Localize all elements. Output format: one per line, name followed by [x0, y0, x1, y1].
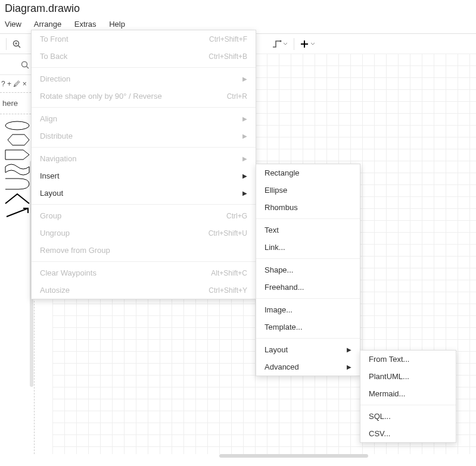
shape-wave-icon[interactable] — [4, 163, 30, 175]
arrange-item-17: Clear WaypointsAlt+Shift+C — [32, 264, 256, 282]
insert-item-5[interactable]: Link... — [256, 239, 360, 256]
insert-item-2[interactable]: Rhombus — [256, 199, 360, 216]
arrange-item-14: UngroupCtrl+Shift+U — [32, 224, 256, 242]
insert-submenu: RectangleEllipseRhombusTextLink...Shape.… — [256, 164, 360, 376]
svg-marker-10 — [8, 135, 29, 145]
insert-item-4[interactable]: Text — [256, 221, 360, 239]
shape-arrow-diag-icon[interactable] — [4, 207, 30, 219]
svg-point-7 — [22, 62, 27, 67]
insert-item-7[interactable]: Shape... — [256, 261, 360, 279]
arrange-item-7: Distribute▶ — [32, 127, 256, 145]
sidebar-tool-row[interactable]: ? + 🖉 × — [0, 75, 34, 93]
search-icon[interactable] — [21, 61, 29, 71]
advanced-item-5[interactable]: CSV... — [360, 425, 456, 442]
svg-line-8 — [27, 67, 29, 69]
arrange-item-0: To FrontCtrl+Shift+F — [32, 30, 256, 48]
insert-item-11[interactable]: Template... — [256, 318, 360, 336]
shape-palette — [0, 114, 34, 225]
shape-arrow-up-icon[interactable] — [4, 193, 30, 205]
insert-item-0[interactable]: Rectangle — [256, 164, 360, 182]
arrange-item-15: Remove from Group — [32, 242, 256, 259]
advanced-item-0[interactable]: From Text... — [360, 351, 456, 368]
shape-gate-icon[interactable] — [4, 177, 30, 190]
advanced-item-2[interactable]: Mermaid... — [360, 385, 456, 402]
arrange-item-18: AutosizeCtrl+Shift+Y — [32, 282, 256, 299]
svg-line-1 — [18, 45, 21, 48]
document-title: Diagram.drawio — [0, 0, 476, 17]
horizontal-scrollbar[interactable] — [52, 454, 476, 458]
menu-view[interactable]: View — [5, 20, 21, 29]
arrange-item-4: Rotate shape only by 90° / ReverseCtrl+R — [32, 87, 256, 105]
shape-ellipse-icon[interactable] — [4, 120, 30, 131]
arrange-item-10[interactable]: Insert▶ — [32, 167, 256, 184]
zoom-icon[interactable] — [13, 40, 21, 48]
shape-hexagon-icon[interactable] — [4, 133, 30, 146]
arrange-item-6: Align▶ — [32, 110, 256, 127]
menu-help[interactable]: Help — [109, 20, 125, 29]
menu-extras[interactable]: Extras — [74, 20, 97, 29]
insert-item-13[interactable]: Layout▶ — [256, 341, 360, 358]
arrange-item-1: To BackCtrl+Shift+B — [32, 48, 256, 65]
advanced-submenu: From Text...PlantUML...Mermaid...SQL...C… — [360, 350, 456, 443]
insert-item-1[interactable]: Ellipse — [256, 182, 360, 199]
shape-tag-icon[interactable] — [4, 149, 30, 161]
arrange-item-13: GroupCtrl+G — [32, 207, 256, 224]
insert-item-8[interactable]: Freehand... — [256, 279, 360, 296]
advanced-item-4[interactable]: SQL... — [360, 408, 456, 425]
arrange-menu: To FrontCtrl+Shift+FTo BackCtrl+Shift+BD… — [31, 30, 256, 299]
insert-icon[interactable] — [300, 40, 315, 48]
svg-point-9 — [5, 121, 29, 130]
menu-arrange[interactable]: Arrange — [34, 20, 61, 29]
arrange-item-11[interactable]: Layout▶ — [32, 184, 256, 202]
arrange-item-3: Direction▶ — [32, 70, 256, 87]
scratchpad-label: here — [0, 93, 34, 114]
advanced-item-1[interactable]: PlantUML... — [360, 368, 456, 385]
waypoint-style-icon[interactable] — [272, 40, 288, 48]
insert-item-14[interactable]: Advanced▶ — [256, 358, 360, 376]
arrange-item-9: Navigation▶ — [32, 150, 256, 167]
svg-point-4 — [280, 40, 282, 42]
insert-item-10[interactable]: Image... — [256, 301, 360, 318]
